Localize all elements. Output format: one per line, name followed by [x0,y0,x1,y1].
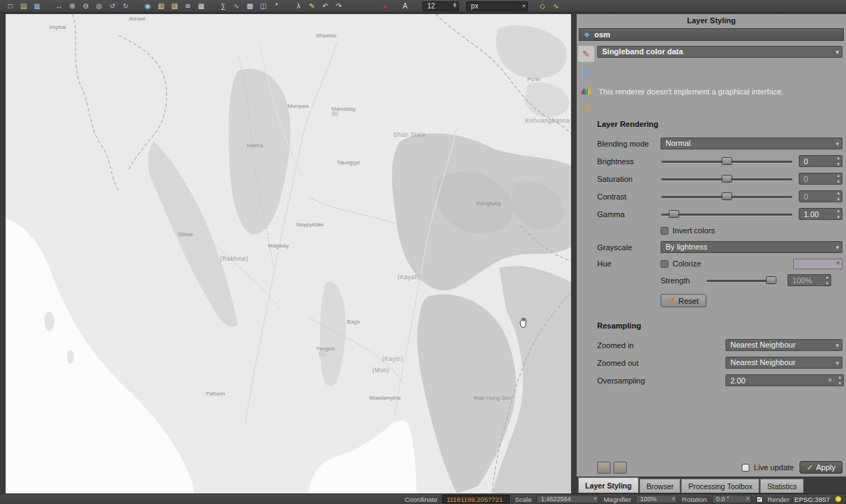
map-canvas[interactable]: ImphalAizawlShweboPu'erMonywaMandalayXis… [6,14,571,493]
scale-combo[interactable]: 1:4622564 [537,495,599,503]
invert-colors-checkbox[interactable] [661,227,668,235]
map-place-label: Shwebo [316,32,336,39]
layer-rendering-heading: Layer Rendering [597,120,842,128]
rotation-value: 0.0 ° [716,496,730,503]
deselect-features-icon[interactable]: ▨ [168,1,180,11]
scale-label: Scale [515,496,532,503]
curve-digitize-icon[interactable]: ∿ [550,1,562,11]
style-redo-button[interactable]: ↷ [613,462,627,474]
map-place-label: Naypyidaw [296,221,324,228]
add-wms-layer-icon[interactable]: ◫ [257,1,269,11]
toolbar-icon-group-left: □▤▦↔⊕⊖◎↺↻◉▧▨≋▦∑∿▩◫*λ✎↶↷●A [4,1,411,11]
gamma-label: Gamma [597,210,661,219]
blending-mode-value: Normal [666,139,690,147]
apply-button[interactable]: ✓ Apply [799,461,842,474]
scale-value: 1:4622564 [541,496,571,503]
reset-button[interactable]: ↺ Reset [661,294,706,307]
python-console-icon[interactable]: λ [293,1,305,11]
zoomed-in-combo[interactable]: Nearest Neighbour [725,339,842,351]
zoom-last-icon[interactable]: ↺ [106,1,118,11]
render-checkbox[interactable] [756,496,763,503]
add-vector-layer-icon[interactable]: ∿ [231,1,243,11]
attribute-table-icon[interactable]: ▦ [195,1,207,11]
redo-icon[interactable]: ↷ [333,1,345,11]
reset-label: Reset [678,297,699,305]
clear-value-icon[interactable]: × [828,376,833,384]
units-combo[interactable]: px [466,1,528,11]
crs-indicator[interactable]: EPSG:3857 [795,496,830,503]
map-place-label: Hakha [247,142,263,149]
zoom-out-icon[interactable]: ⊖ [80,1,92,11]
gamma-spinbox[interactable]: 1.00 [799,208,842,220]
colorize-checkbox[interactable] [661,260,668,268]
coordinate-input[interactable]: 11181199,2057721 [442,495,510,503]
text-annotation-icon[interactable]: A [399,1,411,11]
map-place-label: Xishuangbanna [525,117,570,124]
gamma-slider[interactable] [661,209,793,219]
live-update-checkbox[interactable] [742,464,749,472]
zoomed-out-combo[interactable]: Nearest Neighbour [725,357,842,369]
brightness-spinbox[interactable]: 0 [799,155,842,167]
project-save-icon[interactable]: ▦ [31,1,43,11]
zoom-next-icon[interactable]: ↻ [120,1,132,11]
oversampling-spinbox[interactable]: 2.00 × [725,374,844,386]
invert-colors-label: Invert colors [673,226,715,235]
style-undo-button[interactable]: ↶ [597,462,611,474]
new-shapefile-icon[interactable]: * [271,1,283,11]
map-place-label: Shan State [393,131,426,138]
zoom-full-icon[interactable]: ◎ [93,1,105,11]
strength-label: Strength [661,276,706,285]
identify-features-icon[interactable]: ◉ [142,1,154,11]
layer-selector[interactable]: ❖ osm [579,28,844,41]
toggle-editing-icon[interactable]: ✎ [306,1,318,11]
messages-icon[interactable] [835,496,842,503]
blending-mode-combo[interactable]: Normal [661,137,842,149]
font-size-spinner[interactable]: 12 [422,1,459,11]
symbology-tab-icon[interactable]: ✎ [578,46,594,62]
magnifier-spinbox[interactable]: 100% [636,495,677,503]
map-place-label: Mawlamyine [369,395,400,401]
renderer-combo[interactable]: Singleband color data [597,46,842,58]
field-calculator-icon[interactable]: ∑ [217,1,229,11]
rotation-spinbox[interactable]: 0.0 ° [712,495,752,503]
grayscale-combo[interactable]: By lightness [661,241,842,253]
strength-slider[interactable] [706,276,776,285]
rotation-label: Rotation [682,496,706,503]
main-toolbar: □▤▦↔⊕⊖◎↺↻◉▧▨≋▦∑∿▩◫*λ✎↶↷●A 12 px ◇∿ [0,0,846,13]
panel-tabs: Layer Styling Browser Processing Toolbox… [577,477,846,493]
saturation-slider[interactable] [661,174,793,184]
brightness-slider[interactable] [661,156,793,166]
project-open-icon[interactable]: ▤ [18,1,30,11]
select-features-icon[interactable]: ▧ [155,1,167,11]
font-size-value: 12 [427,2,435,10]
measure-line-icon[interactable]: ≋ [182,1,194,11]
strength-spinbox[interactable]: 100% [787,274,831,286]
map-place-label: Aizawl [129,16,145,22]
tab-layer-styling[interactable]: Layer Styling [578,477,639,493]
magnifier-label: Magnifier [603,496,631,503]
histogram-tab-icon[interactable] [578,82,594,99]
macro-icon[interactable]: ● [379,1,391,11]
zoom-in-icon[interactable]: ⊕ [66,1,78,11]
node-tool-icon[interactable]: ◇ [537,1,548,11]
contrast-slider[interactable] [661,192,793,202]
transparency-tab-icon[interactable]: ▨ [578,64,594,80]
map-place-label: Kengtung [477,200,501,207]
pan-map-icon[interactable]: ↔ [53,1,65,11]
tab-statistics[interactable]: Statistics [760,479,804,493]
project-new-icon[interactable]: □ [4,1,16,11]
reset-icon: ↺ [668,296,675,305]
tab-processing-toolbox[interactable]: Processing Toolbox [681,479,759,493]
map-place-label: Magway [268,242,289,249]
add-raster-layer-icon[interactable]: ▩ [244,1,256,11]
map-place-label: Mae Hong Son [474,395,511,401]
colorize-color-button[interactable] [793,259,842,269]
tab-browser[interactable]: Browser [639,479,681,493]
history-tab-icon[interactable]: ↺ [578,101,594,117]
zoomed-out-label: Zoomed out [597,359,725,367]
blending-mode-label: Blending mode [597,140,661,148]
saturation-spinbox[interactable]: 0 [799,173,842,185]
map-place-label: Mandalay [331,106,356,112]
contrast-spinbox[interactable]: 0 [799,190,842,202]
undo-icon[interactable]: ↶ [319,1,331,11]
